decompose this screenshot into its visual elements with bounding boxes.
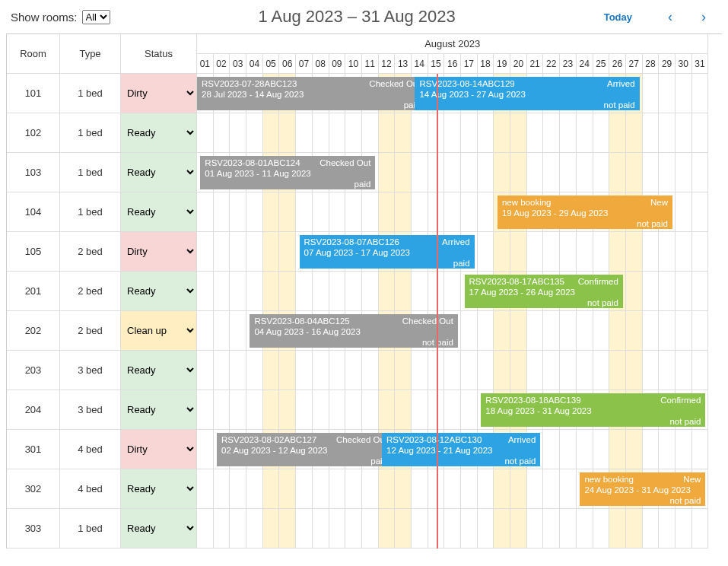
timeline-cell[interactable]	[643, 272, 660, 311]
timeline-cell[interactable]	[197, 469, 214, 509]
status-select[interactable]: ReadyDirtyClean up	[121, 153, 196, 192]
timeline-cell[interactable]	[692, 272, 709, 311]
timeline-cell[interactable]	[609, 430, 626, 469]
timeline-cell[interactable]	[263, 272, 280, 311]
timeline-cell[interactable]	[214, 351, 230, 390]
timeline-cell[interactable]	[494, 153, 510, 192]
timeline-cell[interactable]	[577, 153, 593, 192]
timeline-cell[interactable]	[461, 153, 478, 192]
timeline-cell[interactable]	[230, 351, 246, 390]
booking[interactable]: RSV2023-08-07ABC126Arrived07 Aug 2023 - …	[300, 235, 475, 269]
timeline-cell[interactable]	[659, 430, 676, 469]
booking[interactable]: RSV2023-08-18ABC139Confirmed18 Aug 2023 …	[481, 393, 705, 427]
timeline-cell[interactable]	[296, 272, 313, 311]
timeline-cell[interactable]	[527, 232, 544, 272]
timeline-cell[interactable]	[593, 232, 610, 272]
timeline-cell[interactable]	[263, 469, 280, 509]
timeline-cell[interactable]	[478, 311, 494, 351]
timeline-cell[interactable]	[395, 153, 412, 192]
timeline-cell[interactable]	[428, 113, 445, 153]
timeline-cell[interactable]	[609, 311, 626, 351]
timeline-cell[interactable]	[246, 272, 263, 311]
timeline-cell[interactable]	[527, 311, 544, 351]
timeline-cell[interactable]	[214, 232, 230, 272]
timeline-cell[interactable]	[379, 390, 396, 430]
timeline-cell[interactable]	[609, 232, 626, 272]
timeline-cell[interactable]	[362, 351, 379, 390]
timeline-cell[interactable]	[593, 311, 610, 351]
timeline-cell[interactable]	[543, 113, 560, 153]
status-select[interactable]: ReadyDirtyClean up	[121, 311, 196, 350]
timeline-cell[interactable]	[444, 192, 461, 232]
timeline-cell[interactable]	[197, 351, 214, 390]
timeline-cell[interactable]	[560, 509, 577, 549]
timeline-cell[interactable]	[659, 351, 676, 390]
timeline-cell[interactable]	[329, 351, 346, 390]
timeline-cell[interactable]	[246, 509, 263, 549]
timeline-cell[interactable]	[626, 430, 643, 469]
timeline-cell[interactable]	[560, 113, 577, 153]
timeline-cell[interactable]	[659, 153, 676, 192]
timeline-cell[interactable]	[214, 509, 230, 549]
timeline-cell[interactable]	[659, 74, 676, 113]
timeline-cell[interactable]	[643, 430, 660, 469]
timeline-cell[interactable]	[214, 390, 230, 430]
timeline-cell[interactable]	[444, 509, 461, 549]
timeline-cell[interactable]	[643, 311, 660, 351]
timeline-cell[interactable]	[478, 113, 494, 153]
timeline-cell[interactable]	[345, 390, 362, 430]
timeline-cell[interactable]	[379, 192, 396, 232]
status-select[interactable]: ReadyDirtyClean up	[121, 509, 196, 548]
timeline-cell[interactable]	[395, 390, 412, 430]
timeline-cell[interactable]	[626, 509, 643, 549]
timeline-cell[interactable]	[609, 153, 626, 192]
timeline-cell[interactable]	[279, 192, 296, 232]
timeline-cell[interactable]	[461, 192, 478, 232]
timeline-cell[interactable]	[643, 153, 660, 192]
timeline-cell[interactable]	[313, 113, 329, 153]
status-select[interactable]: ReadyDirtyClean up	[121, 351, 196, 390]
booking[interactable]: new bookingNew24 Aug 2023 - 31 Aug 2023n…	[580, 472, 705, 506]
next-button[interactable]: ›	[695, 8, 713, 26]
timeline-cell[interactable]	[230, 390, 246, 430]
timeline-cell[interactable]	[444, 153, 461, 192]
timeline-cell[interactable]	[659, 509, 676, 549]
timeline-cell[interactable]	[296, 509, 313, 549]
timeline-cell[interactable]	[279, 509, 296, 549]
timeline-cell[interactable]	[412, 153, 428, 192]
timeline-cell[interactable]	[560, 351, 577, 390]
timeline-cell[interactable]	[263, 113, 280, 153]
timeline-cell[interactable]	[345, 509, 362, 549]
timeline-cell[interactable]	[230, 113, 246, 153]
timeline-cell[interactable]	[692, 113, 709, 153]
timeline-cell[interactable]	[412, 192, 428, 232]
status-select[interactable]: ReadyDirtyClean up	[121, 192, 196, 231]
timeline-cell[interactable]	[279, 232, 296, 272]
timeline-cell[interactable]	[379, 113, 396, 153]
timeline-cell[interactable]	[379, 153, 396, 192]
timeline-cell[interactable]	[214, 469, 230, 509]
timeline-cell[interactable]	[643, 351, 660, 390]
timeline-cell[interactable]	[395, 509, 412, 549]
timeline-cell[interactable]	[560, 232, 577, 272]
timeline-cell[interactable]	[560, 469, 577, 509]
timeline-cell[interactable]	[230, 469, 246, 509]
status-select[interactable]: ReadyDirtyClean up	[121, 74, 196, 113]
timeline-cell[interactable]	[692, 430, 709, 469]
timeline-cell[interactable]	[577, 509, 593, 549]
timeline-cell[interactable]	[362, 390, 379, 430]
timeline-cell[interactable]	[609, 509, 626, 549]
timeline-cell[interactable]	[510, 351, 527, 390]
timeline-cell[interactable]	[197, 192, 214, 232]
timeline-cell[interactable]	[345, 351, 362, 390]
timeline-cell[interactable]	[428, 390, 445, 430]
timeline-cell[interactable]	[230, 192, 246, 232]
timeline-cell[interactable]	[643, 74, 660, 113]
timeline-cell[interactable]	[395, 351, 412, 390]
timeline-cell[interactable]	[692, 509, 709, 549]
timeline-cell[interactable]	[214, 311, 230, 351]
status-select[interactable]: ReadyDirtyClean up	[121, 469, 196, 508]
timeline-cell[interactable]	[444, 390, 461, 430]
timeline-cell[interactable]	[263, 192, 280, 232]
timeline-cell[interactable]	[230, 272, 246, 311]
